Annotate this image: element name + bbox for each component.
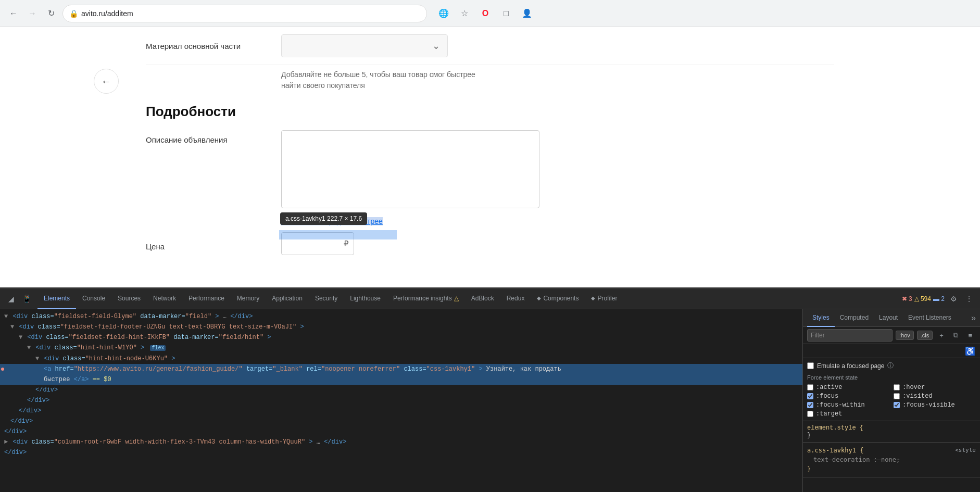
force-state-section: Emulate a focused page ⓘ Force element s… [803,358,980,421]
html-line-6[interactable]: <a href="https://www.avito.ru/general/fa… [0,364,802,374]
state-grid: :active :hover :focus :visited [807,384,976,418]
tab-console[interactable]: Console [76,288,111,309]
expand-panel-button[interactable]: » [971,313,976,323]
price-label: Цена [146,237,281,251]
material-row: Материал основной части ⌄ [146,27,834,65]
html-line-10[interactable]: </div> [0,406,802,416]
html-line-12[interactable]: </div> [0,426,802,437]
help-icon[interactable]: ⓘ [887,361,894,370]
devtools-tabs: ◢ 📱 Elements Console Sources Network Per… [0,288,980,309]
html-line-3[interactable]: ▼ <div class="fieldset-field-hint-IKkFB"… [0,332,802,343]
description-label: Описание объявления [146,130,281,144]
state-visited-label: :visited [902,393,933,400]
pseudo-cls-button[interactable]: .cls [917,331,933,340]
element-style-selector: element.style { [807,424,976,432]
css-rule-section: a.css-1avkhy1 { <style text-decoration :… [803,443,980,477]
tab-adblock[interactable]: AdBlock [465,288,500,309]
bookmark-button[interactable]: ☆ [456,5,473,22]
pseudo-hov-button[interactable]: :hov [896,331,914,340]
opera-icon[interactable]: O [477,5,494,22]
filter-input[interactable] [807,329,893,342]
browser-actions: 🌐 ☆ O □ 👤 [435,5,535,22]
tab-network[interactable]: Network [147,288,182,309]
tab-redux[interactable]: Redux [500,288,531,309]
html-line-13[interactable]: ► <div class="column-root-rGwbF width-wi… [0,437,802,447]
tab-lighthouse[interactable]: Lighthouse [344,288,387,309]
browser-chrome: ← → ↻ 🔒 avito.ru/additem 🌐 ☆ O □ 👤 [0,0,980,27]
warning-count[interactable]: △ 594 [914,295,931,302]
settings-button[interactable]: ⚙ [947,292,960,306]
html-line-2[interactable]: ▼ <div class="fieldset-field-footer-UZNG… [0,322,802,332]
state-focus-visible-label: :focus-visible [902,401,955,409]
state-active: :active [807,384,889,391]
state-hover-label: :hover [902,384,925,391]
tab-profiler[interactable]: ◆ Profiler [585,288,623,309]
state-focus: :focus [807,393,889,400]
state-active-checkbox[interactable] [807,384,813,390]
devtools-body: ▼ <div class="fieldset-field-Glyme" data… [0,309,980,492]
accessibility-button[interactable]: ♿ [964,345,976,357]
more-styles-button[interactable]: ≡ [964,330,976,341]
state-focus-label: :focus [816,393,838,400]
html-line-1[interactable]: ▼ <div class="fieldset-field-Glyme" data… [0,311,802,322]
tab-sources[interactable]: Sources [111,288,147,309]
profile-button[interactable]: 👤 [519,5,535,22]
state-target-checkbox[interactable] [807,411,813,417]
back-button[interactable]: ← [6,6,21,21]
page-area: Материал основной части ⌄ Добавляйте не … [0,27,980,287]
force-state-title: Force element state [807,374,976,381]
emulate-focused-label: Emulate a focused page [817,362,884,370]
error-count[interactable]: ✖ 3 [902,295,912,302]
state-focus-checkbox[interactable] [807,393,813,399]
price-input[interactable] [281,232,354,255]
description-row: Описание объявления [146,130,834,208]
forward-button[interactable]: → [25,6,40,21]
tab-performance[interactable]: Performance [182,288,231,309]
section-title: Подробности [146,91,834,130]
elements-panel[interactable]: ▼ <div class="fieldset-field-Glyme" data… [0,309,803,492]
emulate-focused-checkbox[interactable] [807,362,814,369]
state-focus-visible-checkbox[interactable] [894,402,900,408]
state-focus-visible: :focus-visible [894,401,976,409]
tab-performance-insights[interactable]: Performance insights △ [387,288,465,309]
info-count[interactable]: ▬ 2 [933,295,945,302]
html-line-9[interactable]: </div> [0,395,802,406]
extension-button[interactable]: □ [498,5,514,22]
right-panel: Styles Computed Layout Event Listeners »… [803,309,980,492]
more-options-button[interactable]: ⋮ [962,292,976,306]
html-line-11[interactable]: </div> [0,416,802,426]
tab-security[interactable]: Security [309,288,344,309]
tab-application[interactable]: Application [266,288,309,309]
tab-styles[interactable]: Styles [807,309,835,327]
tab-elements[interactable]: Elements [37,288,76,309]
right-panel-tabs: Styles Computed Layout Event Listeners » [803,309,980,327]
description-textarea[interactable] [281,130,539,208]
state-hover-checkbox[interactable] [894,384,900,390]
back-button-page[interactable]: ← [94,69,119,94]
state-target: :target [807,410,889,418]
html-line-8[interactable]: </div> [0,385,802,395]
state-visited-checkbox[interactable] [894,393,900,399]
html-line-5[interactable]: ▼ <div class="hint-hint-node-U6KYu" > [0,354,802,364]
tab-memory[interactable]: Memory [231,288,266,309]
tab-computed[interactable]: Computed [835,309,874,327]
inspect-element-button[interactable]: ◢ [4,292,18,306]
material-dropdown[interactable]: ⌄ [281,34,448,57]
state-focus-within-checkbox[interactable] [807,402,813,408]
chevron-down-icon: ⌄ [432,40,440,52]
add-style-button[interactable]: + [936,330,947,341]
html-line-4[interactable]: ▼ <div class="hint-hint-W1YO" > flex [0,343,802,354]
currency-symbol: ₽ [344,239,349,248]
reload-button[interactable]: ↻ [44,6,58,21]
device-toolbar-button[interactable]: 📱 [20,292,33,306]
html-line-14[interactable]: </div> [0,447,802,458]
page-content: Материал основной части ⌄ Добавляйте не … [0,27,980,91]
toggle-element-state-button[interactable]: ⧉ [950,330,962,341]
tab-components[interactable]: ◆ Components [531,288,585,309]
html-line-7[interactable]: быстрее </a> == $0 [0,374,802,385]
state-visited: :visited [894,393,976,400]
tab-event-listeners[interactable]: Event Listeners [903,309,957,327]
address-bar[interactable]: 🔒 avito.ru/additem [62,5,427,22]
tab-layout[interactable]: Layout [874,309,903,327]
translate-button[interactable]: 🌐 [435,5,452,22]
